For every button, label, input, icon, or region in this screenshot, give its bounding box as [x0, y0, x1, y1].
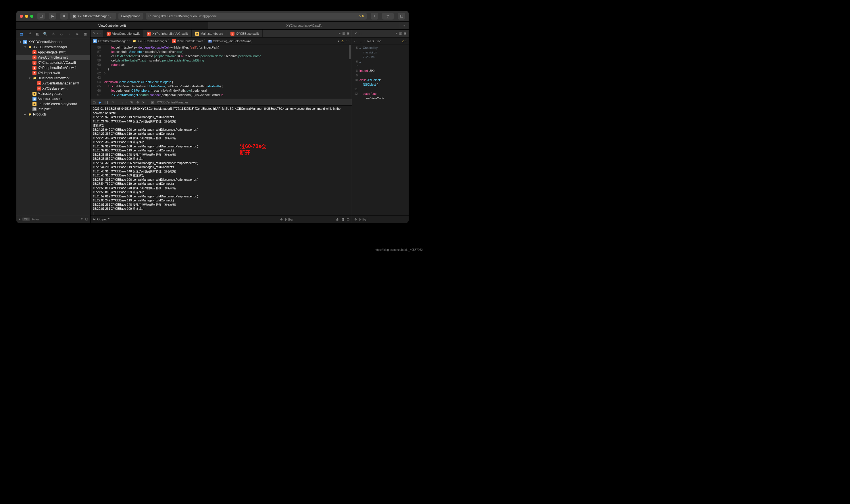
code-review-button[interactable]: ⇄	[382, 13, 394, 20]
add-button[interactable]: +	[371, 13, 378, 20]
inspector-toggle-icon[interactable]: ▢	[398, 13, 405, 20]
forward-icon[interactable]: ›	[361, 32, 363, 35]
file-item[interactable]: sXYCentralManager.swift	[16, 81, 90, 86]
console-output[interactable]: 2021-01-18 15:23:08.047513+0800 XYCBCent…	[91, 106, 352, 216]
project-navigator-icon[interactable]: ▤	[19, 32, 24, 36]
filter-icon[interactable]: ⊙	[354, 217, 357, 221]
secondary-console[interactable]	[352, 99, 409, 216]
file-item[interactable]: sXYCBBase.swift	[16, 86, 90, 91]
editor-tab[interactable]: sXYPeripheralInfoVC.swift	[143, 30, 192, 37]
annotation-arrow: →	[91, 156, 91, 161]
add-editor-icon[interactable]: ⊞	[347, 32, 349, 35]
minimize-window-button[interactable]	[25, 15, 28, 18]
filter-tag[interactable]: ⊙⊡	[22, 217, 30, 221]
file-item[interactable]: ◉LaunchScreen.storyboard	[16, 102, 90, 107]
forward-icon[interactable]: ›	[100, 32, 101, 35]
file-item[interactable]: sViewController.swift	[16, 55, 90, 60]
test-navigator-icon[interactable]: ◇	[58, 32, 64, 36]
scm-filter-icon[interactable]: ▢	[85, 217, 88, 221]
navigator-pane: ▤ ⎇ ◧ 🔍 ⚠ ◇ ▫ ◈ ▦ ▼▣XYCBCentralManager ▼…	[16, 30, 91, 223]
source-control-icon[interactable]: ⎇	[26, 32, 32, 36]
issue-navigator-icon[interactable]: ⚠	[50, 32, 56, 36]
prev-issue-icon[interactable]: ‹	[346, 39, 347, 43]
debug-navigator-icon[interactable]: ▫	[66, 32, 72, 36]
window-tab[interactable]: XYCharacteristicVC.swift	[208, 21, 400, 29]
step-over-icon[interactable]: ↷	[112, 101, 114, 104]
adjust-editor-icon[interactable]: ▥	[342, 32, 345, 35]
project-tree: ▼▣XYCBCentralManager ▼📁XYCBCentralManage…	[16, 38, 90, 215]
trash-icon[interactable]: 🗑	[336, 218, 339, 221]
location-icon[interactable]: ➤	[142, 101, 145, 104]
group-folder[interactable]: ▼📁XYCBCentralManager	[16, 44, 90, 50]
split-console-icon[interactable]: ▥	[341, 217, 344, 221]
navigator-filter-input[interactable]	[32, 217, 79, 221]
editor-tab[interactable]: sViewController.swift	[103, 30, 143, 37]
warning-indicator-icon[interactable]: ⚠	[402, 39, 404, 43]
toggle-variables-icon[interactable]: ▢	[93, 101, 96, 104]
zoom-window-button[interactable]	[30, 15, 33, 18]
add-tab-button[interactable]: +	[400, 21, 409, 29]
toggle-console-icon[interactable]: ▢	[346, 217, 349, 221]
device-selector[interactable]: Lixin的iphone	[119, 13, 143, 20]
group-folder[interactable]: ▶📁Products	[16, 112, 90, 117]
report-navigator-icon[interactable]: ▦	[82, 32, 88, 36]
stop-button[interactable]: ■	[60, 13, 68, 20]
file-item[interactable]: ▣Assets.xcassets	[16, 96, 90, 102]
file-item[interactable]: ◉Main.storyboard	[16, 91, 90, 96]
add-file-button[interactable]: +	[19, 217, 20, 221]
titlebar: ▢ ▶ ■ ▣ XYCBCentralManager〉 Lixin的iphone…	[16, 11, 409, 21]
window-tab[interactable]: ViewController.swift	[16, 21, 208, 29]
breadcrumb[interactable]: ▣XYCBCentralManager〉 📁XYCBCentralManager…	[91, 38, 352, 45]
breadcrumb[interactable]: ‹〉…〉 No S…tion ⚠›	[352, 38, 409, 45]
output-selector[interactable]: All Output ⌃	[93, 217, 110, 221]
warning-count[interactable]: ⚠ 6	[358, 14, 364, 18]
console-filter-input[interactable]	[359, 217, 408, 221]
filter-icon[interactable]: ⊙	[280, 217, 283, 221]
add-editor-icon[interactable]: ⊞	[404, 32, 406, 35]
breakpoint-navigator-icon[interactable]: ◈	[74, 32, 80, 36]
editor-options-icon[interactable]: ≡	[339, 32, 341, 35]
adjust-editor-icon[interactable]: ▥	[399, 32, 402, 35]
symbol-navigator-icon[interactable]: ◧	[35, 32, 40, 36]
console-filter-input[interactable]	[285, 217, 333, 221]
debug-view-icon[interactable]: ▫	[126, 101, 127, 104]
memory-graph-icon[interactable]: ⌘	[130, 101, 133, 104]
group-folder[interactable]: ▼📁BluetoothFramework	[16, 76, 90, 81]
breakpoints-icon[interactable]: ◆	[98, 101, 101, 104]
debug-bar: ▢ ◆ ❙❙ ↷ ↓ ↑ ▫ ⌘ ⚙ ➤ | ▣ XYCBCentralMana…	[91, 99, 352, 106]
run-button[interactable]: ▶	[49, 13, 56, 20]
find-navigator-icon[interactable]: 🔍	[42, 32, 48, 36]
editor-tab[interactable]: ◉Main.storyboard	[192, 30, 227, 37]
pause-icon[interactable]: ❙❙	[104, 101, 109, 104]
file-item[interactable]: sXYPeripheralInfoVC.swift	[16, 65, 90, 70]
editor-options-icon[interactable]: ≡	[396, 32, 397, 35]
step-out-icon[interactable]: ↑	[122, 101, 124, 104]
file-item[interactable]: ▤Info.plist	[16, 107, 90, 112]
file-item[interactable]: sXYCharacteristicVC.swift	[16, 60, 90, 65]
secondary-editor[interactable]: 5// Created by macvivi on 2021/1/4.6//78…	[352, 45, 409, 99]
back-icon[interactable]: ‹	[359, 32, 360, 35]
annotation-arrow: →	[91, 171, 91, 176]
scrollbar[interactable]	[349, 45, 351, 99]
scheme-selector[interactable]: ▣ XYCBCentralManager〉	[70, 13, 116, 20]
sidebar-toggle-icon[interactable]: ▢	[37, 13, 45, 20]
back-icon[interactable]: ‹	[97, 32, 98, 35]
environment-icon[interactable]: ⚙	[136, 101, 139, 104]
close-editor-icon[interactable]: ✕	[354, 32, 357, 35]
close-window-button[interactable]	[20, 15, 23, 18]
step-into-icon[interactable]: ↓	[117, 101, 119, 104]
code-editor[interactable]: 56 let cell = tableView.dequeueReusableC…	[91, 45, 352, 99]
window-tabs: ViewController.swift XYCharacteristicVC.…	[16, 21, 409, 30]
file-item[interactable]: sXYHelper.swift	[16, 70, 90, 76]
next-issue-icon[interactable]: ›	[348, 39, 350, 43]
warning-indicator-icon[interactable]: ⚠	[341, 39, 344, 43]
recent-filter-icon[interactable]: ⊙	[81, 217, 83, 221]
debug-target[interactable]: XYCBCentralManager	[157, 101, 188, 104]
editor-tab[interactable]: sXYCBBase.swift	[227, 30, 263, 37]
activity-bar: Running XYCBCentralManager on Lixin的ipho…	[146, 13, 367, 20]
app-icon: ▣	[73, 14, 76, 18]
file-item[interactable]: sAppDelegate.swift	[16, 50, 90, 55]
project-root[interactable]: ▼▣XYCBCentralManager	[16, 39, 90, 44]
close-editor-icon[interactable]: ✕	[93, 32, 95, 35]
watermark: https://blog.csdn.net/baidu_40537062	[375, 248, 423, 251]
